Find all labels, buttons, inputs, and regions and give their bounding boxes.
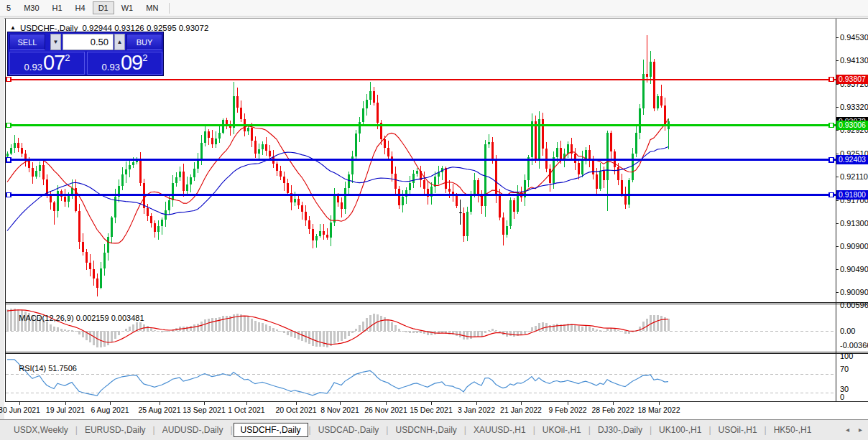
line-handle [829,158,834,162]
timeframe-button-5[interactable]: 5 [1,1,17,14]
price-tick-label: 0.94530 [840,34,868,42]
tab-separator: | [588,425,591,435]
tabs-scroll-left-icon[interactable]: ◂ [846,426,849,434]
price-tick-mark [836,223,839,224]
price-tick-mark [836,84,839,85]
sell-button[interactable]: SELL [9,34,45,50]
sell-price-prefix: 0.93 [24,61,42,73]
date-label: 28 Feb 2022 [592,406,634,414]
price-tick-label: 0.93320 [840,103,868,111]
date-label: 18 Mar 2022 [638,406,680,414]
sell-price-display[interactable]: 0.93 07 2 [9,52,85,75]
chart-tab-usoil-h1[interactable]: USOil-,H1 [712,423,764,437]
chart-tab-uk100-h1[interactable]: UK100-,H1 [652,423,708,437]
line-handle [829,192,834,197]
line-handle [6,123,11,128]
date-label: 8 Nov 2021 [320,406,359,414]
chart-tab-hk50-h1[interactable]: HK50-,H1 [767,423,818,437]
timeframe-button-mn[interactable]: MN [140,1,164,14]
macd-rsi-splitter[interactable] [5,352,868,352]
price-tick-label: 0.90090 [840,289,868,296]
date-tick-mark [659,402,660,405]
date-tick-mark [340,402,341,405]
price-tick-label: 0.90900 [840,243,868,251]
buy-price-pip: 2 [142,53,147,62]
date-label: 20 Oct 2021 [275,406,316,414]
date-tick-mark [110,402,111,405]
date-tick-mark [296,402,297,405]
date-label: 21 Jan 2022 [500,406,542,414]
timeframe-button-h4[interactable]: H4 [70,1,91,14]
chart-tab-ukoil-h1[interactable]: UKOil-,H1 [536,423,588,437]
chart-tab-usdx-weekly[interactable]: USDX,Weekly [7,423,75,437]
chart-tab-usdcad-daily[interactable]: USDCAD-,Daily [312,423,386,437]
date-label: 19 Jul 2021 [46,406,85,414]
macd-axis-label: -0.003664 [840,342,868,350]
date-tick-mark [19,402,20,405]
chart-tab-audusd-daily[interactable]: AUDUSD-,Daily [156,423,230,437]
macd-axis-label: 0.005963 [840,301,868,309]
date-label: 1 Oct 2021 [228,406,264,414]
timeframe-button-h1[interactable]: H1 [47,1,68,14]
line-price-flag-0.93807: 0.93807 [836,75,868,84]
timeframe-button-m30[interactable]: M30 [18,1,45,14]
price-tick-label: 0.91300 [840,220,868,228]
chart-tab-usdchf-daily[interactable]: USDCHF-,Daily [234,423,308,437]
lot-decrease-button[interactable]: ▼ [50,34,61,50]
timeframe-buttons: 5M30H1H4D1W1MN [0,1,165,14]
date-tick-mark [613,402,614,405]
timeframe-button-d1[interactable]: D1 [93,1,114,14]
line-handle [829,123,834,128]
date-label: 9 Feb 2022 [548,406,586,414]
chart-tab-xauusd-h1[interactable]: XAUUSD-,H1 [467,423,532,437]
buy-price-main: 09 [121,52,142,73]
tab-separator: | [533,425,535,435]
lot-increase-button[interactable]: ▲ [114,34,125,50]
date-label: 25 Aug 2021 [139,406,181,414]
price-tick-mark [836,37,839,38]
rsi-axis-label: 70 [840,365,849,373]
date-tick-mark [204,402,205,405]
buy-price-prefix: 0.93 [102,61,120,73]
price-tick-label: 0.94130 [840,57,868,65]
tab-separator: | [153,425,155,435]
price-tick-label: 0.90490 [840,266,868,273]
line-price-flag-0.93006: 0.93006 [836,121,868,130]
date-tick-mark [65,402,66,405]
buy-price-display[interactable]: 0.93 09 2 [87,52,162,75]
price-tick-mark [836,200,839,201]
line-handle [829,78,834,82]
rsi-axis-label: 0 [840,393,844,401]
macd-label: MACD(12,26,9) 0.002159 0.003481 [10,305,144,331]
main-macd-splitter[interactable] [5,302,868,303]
one-click-trade-panel: SELL ▼ ▲ BUY 0.93 07 2 0.93 09 2 [7,32,164,76]
trade-panel-collapse-icon[interactable]: ▲ [10,24,16,32]
lot-size-input[interactable] [63,34,114,50]
timeframe-toolbar: 5M30H1H4D1W1MN [0,0,868,17]
tabs-scroll-right-icon[interactable]: ▸ [859,426,862,434]
date-label: 30 Jun 2021 [0,406,40,414]
chart-tab-dj30-daily[interactable]: DJ30-,Daily [591,423,649,437]
date-label: 13 Sep 2021 [183,406,226,414]
rsi-line [7,360,668,395]
chart-tab-eurusd-daily[interactable]: EURUSD-,Daily [78,423,152,437]
date-tick-mark [476,402,477,405]
price-tick-mark [836,292,839,293]
date-label: 26 Nov 2021 [364,406,407,414]
date-tick-mark [386,402,387,405]
rsi-label: RSI(14) 51.7506 [10,355,77,381]
line-handle [6,78,11,82]
chart-tab-usdcnh-daily[interactable]: USDCNH-,Daily [389,423,463,437]
line-handle [6,192,11,197]
buy-button[interactable]: BUY [126,34,162,50]
line-price-flag-0.92403: 0.92403 [836,155,868,164]
rsi-indicator-chart[interactable] [6,354,836,401]
mt4-application: 5M30H1H4D1W1MN ▲ USDCHF-,Daily 0.92944 0… [0,0,868,440]
date-tick-mark [431,402,432,405]
line-handle [6,158,11,162]
tab-separator: | [309,425,311,435]
timeframe-button-w1[interactable]: W1 [116,1,139,14]
chart-tab-bar: USDX,Weekly|EURUSD-,Daily|AUDUSD-,Daily|… [0,419,868,440]
rsi-axis-label: 100 [840,352,853,360]
tab-separator: | [650,425,652,435]
